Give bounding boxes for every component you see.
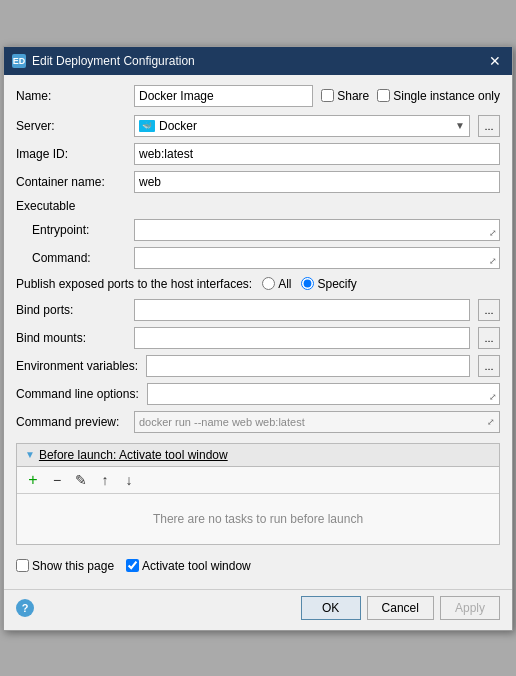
cmd-preview-label: Command preview:: [16, 415, 126, 429]
remove-task-button[interactable]: −: [47, 470, 67, 490]
move-up-button[interactable]: ↑: [95, 470, 115, 490]
env-vars-row: Environment variables: ...: [16, 355, 500, 377]
bottom-left: ?: [16, 599, 295, 617]
cmd-options-row: Command line options: ⤢: [16, 383, 500, 405]
container-name-row: Container name: ◀: [16, 171, 500, 193]
command-field-wrap: ⤢: [134, 247, 500, 269]
bind-ports-row: Bind ports: ...: [16, 299, 500, 321]
command-expand-icon[interactable]: ⤢: [489, 256, 497, 266]
server-label: Server:: [16, 119, 126, 133]
before-launch-content: There are no tasks to run before launch: [17, 494, 499, 544]
radio-options: All Specify: [262, 277, 357, 291]
single-instance-checkbox-row[interactable]: Single instance only: [377, 89, 500, 103]
name-row: Name: Docker Image Share Single instance…: [16, 85, 500, 107]
dialog-content: Name: Docker Image Share Single instance…: [4, 75, 512, 587]
env-vars-input[interactable]: [146, 355, 470, 377]
no-tasks-message: There are no tasks to run before launch: [153, 512, 363, 526]
bottom-checks: Show this page Activate tool window: [16, 559, 500, 573]
server-dropdown[interactable]: 🐳 Docker ▼: [134, 115, 470, 137]
entrypoint-label: Entrypoint:: [16, 223, 126, 237]
container-name-label: Container name:: [16, 175, 126, 189]
server-value: Docker: [159, 119, 197, 133]
bind-mounts-input[interactable]: [134, 327, 470, 349]
share-checkbox[interactable]: [321, 89, 334, 102]
ok-button[interactable]: OK: [301, 596, 361, 620]
cmd-preview-value: docker run --name web web:latest: [139, 416, 305, 428]
name-input[interactable]: Docker Image: [134, 85, 313, 107]
button-row: ? OK Cancel Apply: [4, 589, 512, 630]
name-label: Name:: [16, 89, 126, 103]
entrypoint-field-wrap: ⤢: [134, 219, 500, 241]
dropdown-arrow-icon: ▼: [455, 120, 465, 131]
cmd-options-input[interactable]: [147, 383, 500, 405]
activate-window-label: Activate tool window: [142, 559, 251, 573]
bind-mounts-ellipsis-button[interactable]: ...: [478, 327, 500, 349]
before-launch-toolbar: + − ✎ ↑ ↓: [17, 467, 499, 494]
edit-deployment-dialog: ED Edit Deployment Configuration ✕ Name:…: [3, 46, 513, 631]
title-bar: ED Edit Deployment Configuration ✕: [4, 47, 512, 75]
entrypoint-input[interactable]: [134, 219, 500, 241]
activate-window-checkbox[interactable]: [126, 559, 139, 572]
before-launch-title: Before launch: Activate tool window: [39, 448, 228, 462]
container-name-wrap: ◀: [134, 171, 500, 193]
help-button[interactable]: ?: [16, 599, 34, 617]
cmd-preview-field: docker run --name web web:latest ⤢: [134, 411, 500, 433]
bind-ports-label: Bind ports:: [16, 303, 126, 317]
all-radio-option[interactable]: All: [262, 277, 291, 291]
publish-ports-label: Publish exposed ports to the host interf…: [16, 277, 252, 291]
cmd-options-expand-icon[interactable]: ⤢: [489, 392, 497, 402]
before-launch-header: ▼ Before launch: Activate tool window: [17, 444, 499, 467]
expand-icon[interactable]: ⤢: [489, 228, 497, 238]
close-button[interactable]: ✕: [486, 52, 504, 70]
cmd-preview-row: Command preview: docker run --name web w…: [16, 411, 500, 433]
share-label: Share: [337, 89, 369, 103]
before-launch-section: ▼ Before launch: Activate tool window + …: [16, 443, 500, 545]
command-input[interactable]: [134, 247, 500, 269]
publish-ports-row: Publish exposed ports to the host interf…: [16, 277, 500, 291]
entrypoint-row: Entrypoint: ⤢: [16, 219, 500, 241]
collapse-arrow-icon[interactable]: ▼: [25, 449, 35, 460]
apply-button[interactable]: Apply: [440, 596, 500, 620]
move-down-button[interactable]: ↓: [119, 470, 139, 490]
server-select-inner: 🐳 Docker: [139, 119, 197, 133]
server-row: Server: 🐳 Docker ▼ ...: [16, 115, 500, 137]
dialog-icon: ED: [12, 54, 26, 68]
executable-label: Executable: [16, 199, 75, 213]
container-name-input[interactable]: [134, 171, 500, 193]
specify-radio-option[interactable]: Specify: [301, 277, 356, 291]
command-label: Command:: [16, 251, 126, 265]
image-id-row: Image ID: web:latest: [16, 143, 500, 165]
show-page-check[interactable]: Show this page: [16, 559, 114, 573]
server-ellipsis-button[interactable]: ...: [478, 115, 500, 137]
single-instance-label: Single instance only: [393, 89, 500, 103]
edit-task-button[interactable]: ✎: [71, 470, 91, 490]
specify-radio-label: Specify: [317, 277, 356, 291]
all-radio-label: All: [278, 277, 291, 291]
show-page-checkbox[interactable]: [16, 559, 29, 572]
dialog-title: Edit Deployment Configuration: [32, 54, 195, 68]
preview-expand-icon[interactable]: ⤢: [487, 417, 495, 427]
executable-section: Executable: [16, 199, 500, 213]
image-id-input[interactable]: web:latest: [134, 143, 500, 165]
activate-window-check[interactable]: Activate tool window: [126, 559, 251, 573]
bind-mounts-row: Bind mounts: ...: [16, 327, 500, 349]
single-instance-checkbox[interactable]: [377, 89, 390, 102]
title-bar-left: ED Edit Deployment Configuration: [12, 54, 195, 68]
image-id-label: Image ID:: [16, 147, 126, 161]
specify-radio[interactable]: [301, 277, 314, 290]
docker-icon: 🐳: [139, 120, 155, 132]
all-radio[interactable]: [262, 277, 275, 290]
env-vars-ellipsis-button[interactable]: ...: [478, 355, 500, 377]
bind-mounts-label: Bind mounts:: [16, 331, 126, 345]
cmd-options-label: Command line options:: [16, 387, 139, 401]
bind-ports-input[interactable]: [134, 299, 470, 321]
cmd-options-field-wrap: ⤢: [147, 383, 500, 405]
share-checkbox-row[interactable]: Share: [321, 89, 369, 103]
add-task-button[interactable]: +: [23, 470, 43, 490]
command-row: Command: ⤢: [16, 247, 500, 269]
cancel-button[interactable]: Cancel: [367, 596, 434, 620]
show-page-label: Show this page: [32, 559, 114, 573]
bind-ports-ellipsis-button[interactable]: ...: [478, 299, 500, 321]
env-vars-label: Environment variables:: [16, 359, 138, 373]
